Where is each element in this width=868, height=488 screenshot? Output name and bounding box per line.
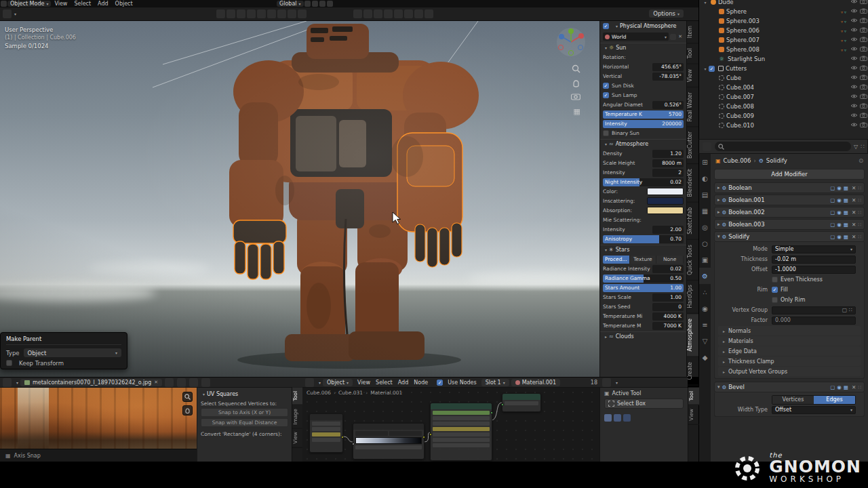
properties-tab-constraints[interactable]: ≡ <box>699 317 711 333</box>
collapse-icon[interactable]: ▾ <box>203 392 205 396</box>
snap-to-axis-button[interactable]: Snap to Axis (X or Y) <box>201 408 288 417</box>
drag-handle-icon[interactable]: ∷ <box>858 234 861 240</box>
hide-viewport-toggle[interactable] <box>849 0 859 5</box>
slider-temperature-k[interactable]: Temperature K5700 <box>603 110 684 119</box>
properties-tab-render[interactable]: ◐ <box>699 170 711 186</box>
expand-icon[interactable]: ▸ <box>723 349 725 354</box>
field-widget[interactable]: -1.0000 <box>772 266 856 274</box>
outliner-item-sphere-003[interactable]: Sphere.003▿▿ <box>699 16 868 26</box>
toolbar-icon[interactable] <box>384 9 393 18</box>
solidify-field-vertex-group[interactable]: Vertex Group▢ ∷ <box>715 305 864 315</box>
transform-orientation-select[interactable]: Global▾ <box>277 1 304 7</box>
realtime-toggle-icon[interactable]: ◉ <box>837 209 842 216</box>
outliner-item-cube[interactable]: Cube <box>699 73 868 83</box>
modifier-header-boolean-003[interactable]: ▸⚙Boolean.003▢◉▦✕∷ <box>714 219 865 230</box>
sidebar-tab-atmosphere[interactable]: Atmosphere <box>687 314 699 357</box>
slider-widget[interactable]: Radiance Gamma0.50 <box>603 274 684 283</box>
tool-panel-tab-view[interactable]: View <box>688 405 699 425</box>
editor-type-icon[interactable] <box>3 378 12 387</box>
slider-radiance-gamma[interactable]: Radiance Gamma0.50 <box>603 274 684 283</box>
field-angular-diamet[interactable]: Angular Diamet0.526° <box>603 100 684 109</box>
toolbar-icon[interactable] <box>414 9 423 18</box>
width-type-dropdown[interactable]: Offset▾ <box>772 406 856 414</box>
field-vertical[interactable]: Vertical-78.035° <box>603 72 684 81</box>
breadcrumb-modifier[interactable]: Solidify <box>766 157 787 164</box>
render-toggle-icon[interactable]: ▦ <box>844 222 848 228</box>
slider-widget[interactable]: Night Intensity0.02 <box>603 178 684 186</box>
open-image-icon[interactable] <box>177 378 186 387</box>
camera-view-icon[interactable] <box>571 93 580 102</box>
disable-render-toggle[interactable] <box>859 84 868 91</box>
breadcrumb-object[interactable]: Cube.006 <box>724 157 751 164</box>
toolbar-icon[interactable] <box>288 9 296 18</box>
world-datablock-selector[interactable]: World ▾ <box>603 33 669 41</box>
pivot-icon[interactable] <box>304 1 311 7</box>
slider-intensity[interactable]: Intensity200000 <box>603 119 684 128</box>
disable-render-toggle[interactable] <box>859 103 868 110</box>
field-value[interactable]: 0.526° <box>652 101 684 109</box>
expand-icon[interactable]: ▾ <box>717 234 720 239</box>
properties-editor-icon[interactable] <box>703 142 711 151</box>
field-value[interactable]: 0.02 <box>652 265 684 273</box>
slider-widget[interactable]: Anisotropy0.70 <box>603 235 684 243</box>
editor-type-icon[interactable] <box>602 378 611 387</box>
checkbox-binary-sun[interactable]: Binary Sun <box>603 129 684 138</box>
properties-tab-object[interactable]: ▣ <box>699 251 711 268</box>
toolbar-icon[interactable] <box>257 9 266 18</box>
delete-modifier-icon[interactable]: ✕ <box>852 197 856 203</box>
properties-tab-object-data[interactable]: ▽ <box>699 333 711 349</box>
toolbar-icon[interactable] <box>363 9 372 18</box>
texture-slot-icon[interactable] <box>614 414 621 422</box>
edit-mode-toggle-icon[interactable]: ▢ <box>830 384 835 390</box>
tool-icon[interactable] <box>3 9 12 18</box>
navigation-gizmo[interactable] <box>556 27 586 58</box>
collapse-icon[interactable]: ▸ <box>605 334 607 339</box>
image-editor-tab-view[interactable]: View <box>292 428 303 448</box>
delete-modifier-icon[interactable]: ✕ <box>852 384 856 390</box>
editor-type-icon[interactable] <box>1 1 7 7</box>
properties-tab-world[interactable]: ○ <box>699 235 711 251</box>
zoom-icon[interactable] <box>182 392 193 402</box>
edit-mode-toggle-icon[interactable]: ▢ <box>830 185 835 191</box>
tab-texture[interactable]: Texture <box>630 256 657 264</box>
zoom-icon[interactable] <box>572 64 580 75</box>
toolbar-icon[interactable] <box>353 9 362 18</box>
disable-render-toggle[interactable] <box>859 113 868 119</box>
pan-hand-icon[interactable] <box>182 405 193 415</box>
swatch-absorption[interactable]: Absorption: <box>603 206 684 215</box>
hide-viewport-toggle[interactable] <box>849 122 859 129</box>
new-image-icon[interactable] <box>165 378 174 387</box>
collection-checkbox[interactable]: ✓ <box>709 66 715 72</box>
disable-render-toggle[interactable] <box>859 18 868 24</box>
field-value[interactable]: 0 <box>652 303 684 311</box>
expand-icon[interactable]: ▾ <box>702 0 709 5</box>
modifier-header-boolean-001[interactable]: ▸⚙Boolean.001▢◉▦✕∷ <box>714 195 865 205</box>
field-value[interactable]: 2.00 <box>652 226 684 234</box>
color-swatch[interactable] <box>647 197 684 205</box>
outliner-item-cube-004[interactable]: Cube.004 <box>699 83 868 92</box>
disable-render-toggle[interactable] <box>859 8 868 15</box>
toolbar-icon[interactable] <box>216 9 225 18</box>
collapse-icon[interactable]: ▾ <box>605 45 607 50</box>
modifier-header-boolean[interactable]: ▸⚙Boolean▢◉▦✕∷ <box>714 182 865 193</box>
collapse-icon[interactable]: ▾ <box>605 142 607 146</box>
mode-select[interactable]: Object Mode▾ <box>7 1 51 7</box>
slot-select[interactable]: Slot 1▾ <box>481 379 509 386</box>
checkbox[interactable]: ✓ <box>772 287 778 293</box>
render-toggle-icon[interactable]: ▦ <box>844 384 848 390</box>
realtime-toggle-icon[interactable]: ◉ <box>837 234 842 240</box>
viewport-3d[interactable]: User Perspective (1) | Collection | Cube… <box>0 21 599 377</box>
color-swatch[interactable] <box>647 188 684 195</box>
shader-menu-node[interactable]: Node <box>411 380 431 386</box>
outliner-item-sphere-008[interactable]: Sphere.008▿▿ <box>699 45 868 54</box>
slider-widget[interactable]: Temperature K5700 <box>603 110 684 119</box>
outliner-item-dude[interactable]: ▾Dude <box>699 0 868 7</box>
render-toggle-icon[interactable]: ▦ <box>844 209 848 216</box>
image-settings-icon[interactable] <box>201 378 210 387</box>
use-nodes-checkbox[interactable]: ✓ <box>437 380 443 386</box>
bevel-segment-vertices[interactable]: Vertices <box>772 396 814 404</box>
solidify-field-even-thickness[interactable]: Even Thickness <box>715 274 864 285</box>
realtime-toggle-icon[interactable]: ◉ <box>837 222 842 228</box>
expand-icon[interactable]: ▾ <box>717 384 720 390</box>
drag-handle-icon[interactable]: ∷ <box>858 197 861 203</box>
